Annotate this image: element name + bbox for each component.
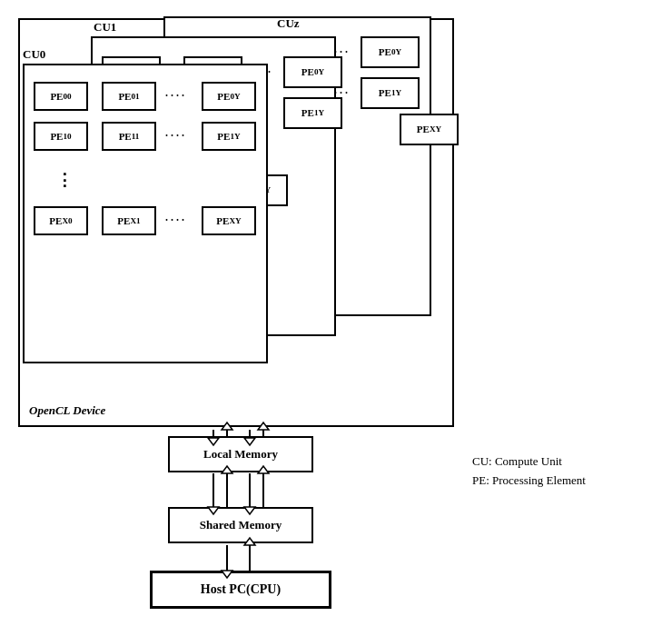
local-memory-box: Local Memory xyxy=(168,436,313,472)
shared-memory-box: Shared Memory xyxy=(168,507,313,543)
cuz-pexy: PEXY xyxy=(400,114,459,145)
main-container: OpenCL Device PE00 PE01 · · · · PE0Y PE1… xyxy=(9,9,663,618)
cu0-dots-row0: · · · · xyxy=(165,89,184,103)
cu0-pex0: PEX0 xyxy=(34,206,88,235)
cu0-box: PE00 PE01 · · · · PE0Y PE10 PE11 · · · ·… xyxy=(23,64,268,363)
cu0-vdots: ⋮ xyxy=(56,170,73,190)
host-pc-box: Host PC(CPU) xyxy=(150,571,331,609)
diagram-area: OpenCL Device PE00 PE01 · · · · PE0Y PE1… xyxy=(9,9,481,618)
cu0-pex1: PEX1 xyxy=(102,206,156,235)
local-memory-label: Local Memory xyxy=(203,447,278,462)
shared-memory-label: Shared Memory xyxy=(200,518,282,532)
pe-legend: PE: Processing Element xyxy=(472,473,654,488)
host-pc-label: Host PC(CPU) xyxy=(201,582,281,597)
cu0-pe00: PE00 xyxy=(34,82,88,111)
cuz-label: CUz xyxy=(277,16,300,31)
cu1-label: CU1 xyxy=(94,20,116,35)
cu0-pe11: PE11 xyxy=(102,122,156,151)
cu1-pe1y: PE1Y xyxy=(283,97,342,129)
cu0-dots-rowx: · · · · xyxy=(165,214,184,227)
cuz-pe1y: PE1Y xyxy=(361,77,420,109)
cuz-pe0y: PE0Y xyxy=(361,36,420,68)
cu0-pe10: PE10 xyxy=(34,122,88,151)
cu-legend: CU: Compute Unit xyxy=(472,454,654,469)
cu0-pexy: PEXY xyxy=(202,206,256,235)
cu0-dots-row1: · · · · xyxy=(165,129,184,143)
cu0-pe0y: PE0Y xyxy=(202,82,256,111)
cu1-pe0y: PE0Y xyxy=(283,56,342,88)
opencl-label: OpenCL Device xyxy=(29,403,105,418)
cu0-pe01: PE01 xyxy=(102,82,156,111)
legend-area: CU: Compute Unit PE: Processing Element xyxy=(472,454,654,488)
cu0-pe1y: PE1Y xyxy=(202,122,256,151)
cu0-label: CU0 xyxy=(23,47,45,62)
